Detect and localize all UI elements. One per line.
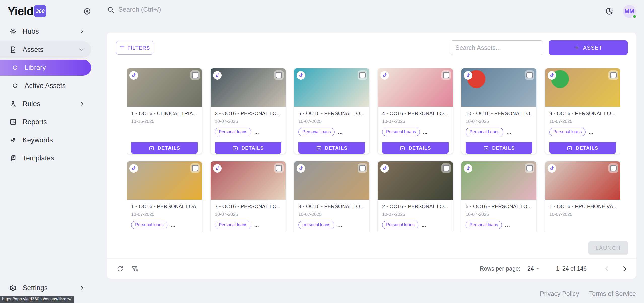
more-tags[interactable]: ... [505,224,510,226]
details-button[interactable]: DETAILS [131,142,198,154]
sidebar-item-hubs[interactable]: Hubs [0,23,91,39]
next-page-chevron-right-icon[interactable] [621,265,628,273]
more-tags[interactable]: ... [423,131,427,133]
asset-checkbox[interactable] [525,163,534,173]
details-button[interactable]: DETAILS [466,142,532,154]
assets-library-panel: FILTERS ASSET 1 - OCT6 - CLINICAL TRIA..… [107,33,636,279]
asset-checkbox[interactable] [190,70,200,80]
more-tags[interactable]: ... [338,131,342,133]
asset-checkbox[interactable] [608,70,618,80]
asset-checkbox[interactable] [441,70,451,80]
app-logo[interactable]: Yield 360 [8,4,46,18]
asset-date: 10-07-2025 [298,212,365,217]
asset-tag-chip[interactable]: Personal Loans [382,128,420,136]
asset-checkbox[interactable] [358,163,367,173]
launch-button[interactable]: LAUNCH [588,241,628,255]
asset-checkbox[interactable] [525,70,534,80]
refresh-icon[interactable] [116,265,124,273]
circle-icon [11,82,19,90]
more-tags[interactable]: ... [254,131,259,133]
calendar-play-icon [149,145,155,151]
asset-tag-chip[interactable]: Personal Loans [466,128,503,136]
privacy-policy-link[interactable]: Privacy Policy [540,290,579,297]
asset-title: 1 - OCT6 - PPC PHONE VA... [549,204,616,209]
asset-thumbnail[interactable] [545,161,620,200]
sidebar-item-label: Keywords [23,136,53,144]
asset-thumbnail[interactable] [127,161,202,200]
terms-of-service-link[interactable]: Terms of Service [589,290,636,297]
logo-badge: 360 [34,5,46,17]
asset-grid-viewport[interactable]: 1 - OCT6 - CLINICAL TRIA... 10-15-2025 D… [127,68,620,232]
asset-tag-chip[interactable]: Personal loans [215,128,251,136]
asset-tag-chip[interactable]: Personal loans [131,221,167,229]
asset-tag-chip[interactable]: Personal loans [382,221,418,229]
asset-card: 7 - OCT6 - PERSONAL LO... 10-07-2025 Per… [211,161,286,232]
asset-title: 1 - OCT6 - CLINICAL TRIA... [131,111,198,116]
asset-checkbox[interactable] [441,163,451,173]
more-tags[interactable]: ... [506,131,511,133]
clear-filters-icon[interactable] [131,265,139,273]
sidebar-item-label: Hubs [23,28,39,35]
asset-thumbnail[interactable] [378,68,453,107]
more-tags[interactable]: ... [254,224,259,226]
sidebar-item-keywords[interactable]: Keywords [0,132,91,148]
assets-search-input[interactable] [451,40,543,55]
avatar[interactable]: MM [623,5,636,18]
sidebar-item-templates[interactable]: Templates [0,150,91,166]
sidebar-item-assets[interactable]: Assets [0,41,91,58]
rows-per-page-select[interactable]: 24 [527,265,540,272]
more-tags[interactable]: ... [171,224,175,226]
global-search-input[interactable] [118,6,310,13]
details-button[interactable]: DETAILS [215,142,281,154]
dark-mode-moon-icon[interactable] [605,7,613,16]
tiktok-icon [297,71,305,80]
asset-date: 10-07-2025 [215,119,281,124]
add-asset-button[interactable]: ASSET [549,40,628,55]
sidebar-item-reports[interactable]: Reports [0,114,91,130]
sidebar-toggle-target-icon[interactable] [83,7,91,15]
details-button[interactable]: DETAILS [382,142,449,154]
more-tags[interactable]: ... [421,224,426,226]
asset-card: 10 - OCT6 - PERSONAL LO... 10-07-2025 Pe… [461,68,536,154]
filters-button[interactable]: FILTERS [116,41,153,55]
tiktok-icon [213,71,222,80]
calendar-play-icon [316,145,322,151]
asset-tag-chip[interactable]: Personal loans [298,128,335,136]
search-icon [107,6,114,13]
asset-checkbox[interactable] [274,163,284,173]
asset-tag-chip[interactable]: personal loans [298,221,334,229]
asset-thumbnail[interactable] [461,68,536,107]
asset-checkbox[interactable] [190,163,200,173]
asset-thumbnail[interactable] [211,68,286,107]
asset-thumbnail[interactable] [294,68,369,107]
asset-thumbnail[interactable] [545,68,620,107]
asset-date: 10-07-2025 [549,119,616,124]
sidebar-item-active-assets[interactable]: Active Assets [0,78,91,94]
asset-tag-chip[interactable]: Personal loans [215,221,251,229]
more-tags[interactable]: ... [589,131,593,133]
details-button[interactable]: DETAILS [298,142,365,154]
sidebar-item-library[interactable]: Library [0,60,91,76]
asset-thumbnail[interactable] [378,161,453,200]
asset-thumbnail[interactable] [294,161,369,200]
asset-date: 10-07-2025 [549,212,616,217]
asset-checkbox[interactable] [358,70,367,80]
sidebar-item-settings[interactable]: Settings [0,280,91,296]
tiktok-icon [129,164,138,173]
asset-checkbox[interactable] [274,70,284,80]
plus-icon [574,45,580,51]
reports-icon [9,118,17,126]
asset-checkbox[interactable] [608,163,618,173]
asset-thumbnail[interactable] [127,68,202,107]
details-button[interactable]: DETAILS [549,142,616,154]
asset-thumbnail[interactable] [211,161,286,200]
calendar-play-icon [232,145,238,151]
asset-title: 2 - OCT6 - PERSONAL LO... [382,204,449,209]
asset-tag-chip[interactable]: Personal loans [549,128,586,136]
asset-tag-chip[interactable]: Personal loans [466,221,502,229]
circle-icon [11,64,19,72]
more-tags[interactable]: ... [337,224,342,226]
asset-thumbnail[interactable] [461,161,536,200]
sidebar-item-rules[interactable]: Rules [0,96,91,112]
logo-text: Yield [8,4,33,18]
